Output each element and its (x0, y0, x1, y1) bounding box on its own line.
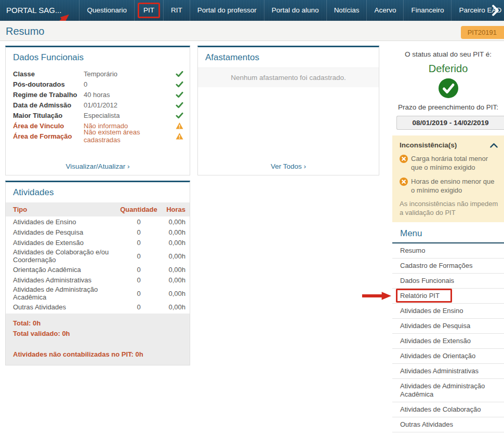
cell-tipo: Atividades de Extensão (13, 239, 120, 247)
table-header: Tipo Quantidade Horas (6, 202, 190, 216)
cell-quantidade: 0 (120, 252, 157, 260)
field-label: Data de Admissão (13, 101, 84, 109)
sidebar-item-atividades-administrativas[interactable]: Atividades Administrativas (392, 364, 504, 379)
sidebar-item-relatorio-pit[interactable]: Relatório PIT (392, 289, 504, 304)
deadline-value: 08/01/2019 - 14/02/2019 (396, 116, 504, 130)
field-label: Área de Formação (13, 132, 84, 140)
field-value: 40 horas (84, 91, 175, 99)
cell-horas: 0,00h (157, 228, 185, 236)
nav-item-rit[interactable]: RIT (163, 0, 190, 21)
total-validado-label: Total validado: 0h (13, 329, 182, 339)
nav-item-portal-aluno[interactable]: Portal do aluno (264, 0, 326, 21)
table-row: Atividades de Colaboração e/ou Coorderna… (6, 248, 190, 264)
table-row: Atividades de Pesquisa 0 0,00h (6, 227, 190, 237)
nav-item-financeiro[interactable]: Financeiro (403, 0, 451, 21)
status-check-circle-icon (438, 78, 459, 99)
check-icon (175, 101, 183, 109)
status-label: O status atual do seu PIT é: (392, 49, 504, 60)
error-circle-icon (400, 155, 408, 163)
cell-quantidade: 0 (120, 228, 157, 236)
inconsistencias-header: Inconsistência(s) (400, 141, 499, 149)
afastamentos-panel: Afastamentos Nenhum afastamento foi cada… (197, 46, 379, 175)
field-label: Área de Vínculo (13, 122, 84, 130)
right-sidebar: O status atual do seu PIT é: Deferido Pr… (392, 49, 504, 435)
field-value: 0 (84, 80, 175, 88)
cell-horas: 0,00h (157, 276, 185, 284)
inconsistency-text: Carga horária total menor que o mínimo e… (411, 154, 499, 172)
check-icon (175, 111, 183, 119)
cell-tipo: Atividades de Pesquisa (13, 228, 120, 236)
table-row: Atividades de Extensão 0 0,00h (6, 237, 190, 248)
ver-todos-link[interactable]: Ver Todos › (198, 162, 379, 170)
sidebar-item-label: Relatório PIT (400, 292, 440, 300)
sidebar-item-outras-atividades[interactable]: Outras Atividades (392, 417, 504, 432)
sidebar-item-atividades-orientacao[interactable]: Atividades de Orientação (392, 349, 504, 364)
menu-title: Menu (392, 227, 504, 243)
atividades-title: Atividades (6, 182, 190, 202)
sidebar-item-atividades-colaboracao[interactable]: Atividades de Colaboração (392, 402, 504, 417)
table-row: Área de Formação Não existem áreas cadas… (13, 131, 183, 141)
sidebar-item-cadastro-formacoes[interactable]: Cadastro de Formações (392, 259, 504, 274)
atividades-table: Tipo Quantidade Horas Atividades de Ensi… (6, 202, 190, 365)
chevron-right-icon[interactable] (488, 0, 502, 21)
table-row: Atividades Administrativas 0 0,00h (6, 275, 190, 285)
table-row: Data de Admissão 01/01/2012 (13, 100, 183, 110)
inconsistencias-title: Inconsistência(s) (400, 141, 457, 149)
table-row: Outras Atividades 0 0,00h (6, 302, 190, 312)
middle-column: Afastamentos Nenhum afastamento foi cada… (197, 46, 379, 175)
table-row: Atividades de Ensino 0 0,00h (6, 216, 190, 227)
sidebar-item-atividades-extensao[interactable]: Atividades de Extensão (392, 334, 504, 349)
chevron-up-icon[interactable] (490, 143, 499, 148)
atividades-totals: Total: 0h Total validado: 0h Atividades … (6, 314, 190, 365)
field-value: Não existem áreas cadastradas (84, 128, 175, 144)
sidebar-item-administracao-academica[interactable]: Atividades de Administração Acadêmica (392, 379, 504, 402)
sidebar-item-atividades-pesquisa[interactable]: Atividades de Pesquisa (392, 319, 504, 334)
cell-quantidade: 0 (120, 266, 157, 274)
cell-quantidade: 0 (120, 290, 157, 297)
brand-title[interactable]: PORTAL SAG... (0, 0, 68, 21)
table-row: Maior Titulação Especialista (13, 110, 183, 120)
top-navigation: PORTAL SAG... Questionario PIT RIT Porta… (0, 0, 504, 21)
status-value: Deferido (392, 61, 504, 76)
nav-item-questionario[interactable]: Questionario (79, 0, 134, 21)
table-row: Pós-doutorados 0 (13, 79, 183, 89)
cell-tipo: Outras Atividades (13, 303, 120, 311)
pit-period-badge: PIT20191 (461, 26, 504, 39)
total-label: Total: 0h (13, 318, 182, 329)
cell-quantidade: 0 (120, 218, 157, 226)
sidebar-item-atividades-ensino[interactable]: Atividades de Ensino (392, 304, 504, 319)
sidebar-item-dados-funcionais[interactable]: Dados Funcionais (392, 274, 504, 289)
cell-tipo: Atividades de Administração Acadêmica (13, 286, 120, 301)
table-row: Atividades de Administração Acadêmica 0 … (6, 285, 190, 302)
sidebar-menu: Menu Resumo Cadastro de Formações Dados … (392, 227, 504, 435)
nav-item-pit[interactable]: PIT (134, 0, 163, 21)
sidebar-item-previsao-afastamento[interactable]: Previsão Afastamento (392, 432, 504, 435)
nav-item-portal-professor[interactable]: Portal do professor (190, 0, 264, 21)
error-circle-icon (400, 178, 408, 186)
nav-item-noticias[interactable]: Notícias (326, 0, 367, 21)
column-header-tipo: Tipo (13, 206, 120, 213)
cell-horas: 0,00h (157, 218, 185, 226)
cell-horas: 0,00h (157, 303, 185, 311)
field-label: Pós-doutorados (13, 80, 84, 88)
list-item: Horas de ensino menor que o mínimo exigi… (400, 177, 499, 195)
deadline-label: Prazo de preenchimento do PIT: (392, 102, 504, 113)
nav-item-acervo[interactable]: Acervo (366, 0, 403, 21)
field-label: Classe (13, 70, 84, 78)
cell-tipo: Atividades de Ensino (13, 218, 120, 226)
visualizar-atualizar-link[interactable]: Visualizar/Atualizar › (6, 162, 190, 170)
cell-tipo: Orientação Acadêmica (13, 266, 120, 274)
nao-contabilizadas-label: Atividades não contabilizadas no PIT: 0h (13, 349, 182, 360)
sidebar-item-resumo[interactable]: Resumo (392, 243, 504, 259)
check-icon (175, 70, 183, 78)
spacer (13, 339, 182, 349)
field-value: 01/01/2012 (84, 101, 175, 109)
nav-item-pit-label: PIT (143, 6, 154, 14)
afastamentos-title: Afastamentos (198, 47, 379, 67)
cell-tipo: Atividades de Colaboração e/ou Coorderna… (13, 248, 120, 264)
column-header-quantidade: Quantidade (120, 206, 157, 213)
field-value: Temporário (84, 70, 175, 78)
cell-horas: 0,00h (157, 252, 185, 260)
cell-horas: 0,00h (157, 239, 185, 247)
cell-quantidade: 0 (120, 303, 157, 311)
